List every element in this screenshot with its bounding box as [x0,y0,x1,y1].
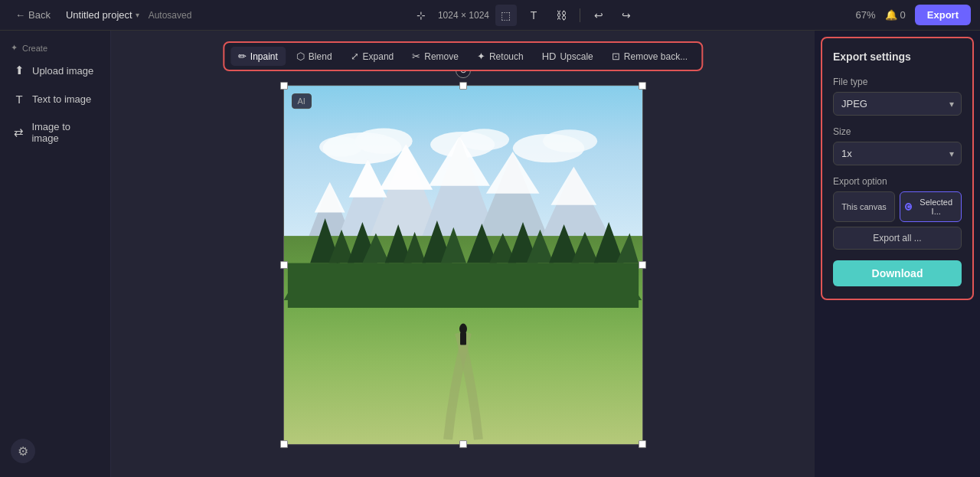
export-panel: Export settings File type JPEG PNG WebP … [821,37,974,300]
topbar-right: 67% 🔔 0 Export [856,5,971,25]
file-type-section: File type JPEG PNG WebP SVG [833,77,962,116]
sidebar-item-label: Image to image [31,121,98,144]
link-tool-btn[interactable]: ⛓ [550,5,572,26]
radio-icon [905,203,912,211]
sidebar-create-label: ✦ Create [5,38,106,54]
scissors-icon: ✂ [412,51,420,62]
settings-button[interactable]: ⚙ [11,439,35,463]
svg-marker-18 [550,167,596,205]
sidebar-item-upload-image[interactable]: ⬆ Upload image [5,57,106,83]
size-section: Size 1x 2x 3x 4x [833,126,962,165]
sidebar-item-label: Text to image [32,93,91,105]
crop-icon-btn[interactable]: ⊹ [410,5,432,26]
zoom-level[interactable]: 67% [856,9,876,21]
topbar-left: ← Back Untitled project ▾ Autosaved [9,6,191,24]
handle-middle-right[interactable] [639,261,646,269]
blend-label: Blend [309,51,332,62]
upscale-tool[interactable]: HD Upscale [534,47,601,66]
handle-top-right[interactable] [639,82,646,90]
image-swap-icon: ⇄ [12,126,25,139]
export-option-section: Export option This canvas Selected I... … [833,176,962,250]
selected-images-option[interactable]: Selected I... [900,191,962,222]
redo-btn[interactable]: ↪ [616,5,637,26]
notification-count: 0 [900,9,906,21]
file-type-select-wrapper: JPEG PNG WebP SVG [833,92,962,116]
size-select-wrapper: 1x 2x 3x 4x [833,142,962,165]
file-type-label: File type [833,77,962,87]
svg-marker-36 [616,233,638,263]
sidebar-item-text-to-image[interactable]: T Text to image [5,87,106,112]
svg-point-37 [459,324,467,335]
svg-rect-38 [460,332,466,345]
retouch-label: Retouch [489,51,524,62]
export-button[interactable]: Export [915,5,971,25]
remove-bg-label: Remove back... [624,51,688,62]
svg-marker-16 [429,136,490,186]
expand-tool[interactable]: ⤢ Expand [343,47,402,66]
inpaint-icon: ✏ [238,51,247,62]
export-option-row: This canvas Selected I... [833,191,962,222]
field-path-svg [284,283,642,444]
frame-tool-btn[interactable]: ⬚ [495,5,517,26]
retouch-tool[interactable]: ✦ Retouch [469,47,531,66]
export-option-label: Export option [833,176,962,187]
handle-top-left[interactable] [280,82,288,90]
remove-bg-tool[interactable]: ⊡ Remove back... [604,47,695,66]
svg-marker-17 [485,152,539,194]
handle-bottom-middle[interactable] [459,440,467,448]
svg-marker-34 [571,231,598,263]
export-all-button[interactable]: Export all ... [833,227,962,250]
this-canvas-label: This canvas [841,202,887,211]
back-label: Back [28,9,51,21]
size-select[interactable]: 1x 2x 3x 4x [833,142,962,165]
canvas-area[interactable]: ✏ Inpaint ⬡ Blend ⤢ Expand ✂ Remove ✦ Re… [111,31,815,477]
blend-tool[interactable]: ⬡ Blend [289,47,340,66]
plus-icon: ✦ [11,43,18,53]
handle-bottom-right[interactable] [639,440,646,448]
text-icon: T [12,93,26,106]
svg-marker-14 [348,159,387,198]
toolbar-divider [580,8,580,22]
chevron-down-icon: ▾ [136,11,139,19]
sidebar-item-image-to-image[interactable]: ⇄ Image to image [5,115,106,150]
sidebar-item-label: Upload image [32,65,93,77]
blend-icon: ⬡ [296,51,305,62]
back-icon: ← [15,9,25,21]
handle-middle-left[interactable] [280,261,288,269]
canvas-toolbar: ✏ Inpaint ⬡ Blend ⤢ Expand ✂ Remove ✦ Re… [223,41,703,71]
export-panel-title: Export settings [833,51,962,63]
inpaint-tool[interactable]: ✏ Inpaint [230,47,286,66]
undo-btn[interactable]: ↩ [588,5,609,26]
text-tool-btn[interactable]: T [523,5,544,26]
selected-label: Selected I... [916,198,956,216]
retouch-icon: ✦ [477,51,485,62]
back-button[interactable]: ← Back [9,6,57,24]
gear-icon: ⚙ [18,444,28,459]
handle-top-middle[interactable] [459,82,467,90]
canvas-image: AI [284,86,642,444]
svg-marker-15 [379,144,433,190]
upload-icon: ⬆ [12,64,26,77]
expand-icon: ⤢ [351,51,359,62]
topbar: ← Back Untitled project ▾ Autosaved ⊹ 10… [0,0,980,31]
hd-icon: HD [542,51,557,62]
svg-marker-13 [314,182,345,213]
this-canvas-option[interactable]: This canvas [833,191,895,222]
canvas-image-container[interactable]: AI ↻ [283,85,643,445]
canvas-image-wrapper: AI ↻ [283,85,643,445]
file-type-select[interactable]: JPEG PNG WebP SVG [833,92,962,116]
sidebar-bottom: ⚙ [5,433,106,469]
main-layout: ✦ Create ⬆ Upload image T Text to image … [0,31,980,477]
canvas-dimensions: 1024 × 1024 [438,10,489,21]
remove-bg-icon: ⊡ [612,51,620,62]
notification-btn[interactable]: 🔔 0 [885,9,906,21]
topbar-center: ⊹ 1024 × 1024 ⬚ T ⛓ ↩ ↪ [410,5,637,26]
remove-label: Remove [424,51,459,62]
project-name[interactable]: Untitled project ▾ [66,9,139,21]
download-button[interactable]: Download [833,260,962,286]
handle-bottom-left[interactable] [280,440,288,448]
svg-marker-26 [403,231,426,263]
export-options: This canvas Selected I... Export all ... [833,191,962,250]
bell-icon: 🔔 [885,9,897,21]
remove-tool[interactable]: ✂ Remove [404,47,466,66]
